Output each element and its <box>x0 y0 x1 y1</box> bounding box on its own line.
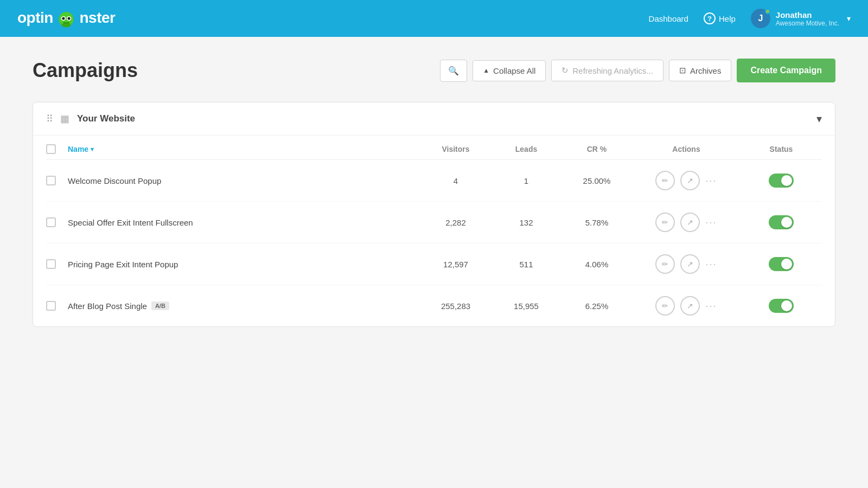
status-toggle-3[interactable] <box>769 257 794 271</box>
row-name-1: Welcome Discount Popup <box>68 176 420 185</box>
edit-button-3[interactable]: ✏ <box>655 254 675 274</box>
create-campaign-button[interactable]: Create Campaign <box>737 59 835 82</box>
status-toggle-1[interactable] <box>769 174 794 188</box>
row-actions-1: ✏ ↗ ··· <box>632 171 741 190</box>
edit-button-2[interactable]: ✏ <box>655 213 675 232</box>
user-name: Jonathan <box>776 10 839 20</box>
row-actions-3: ✏ ↗ ··· <box>632 254 741 274</box>
row-status-2 <box>741 215 822 229</box>
help-icon: ? <box>704 12 716 24</box>
logo[interactable]: optin nster <box>17 9 115 28</box>
collapse-icon: ▲ <box>483 67 489 74</box>
row-status-1 <box>741 174 822 188</box>
row-actions-4: ✏ ↗ ··· <box>632 296 741 316</box>
main-header: optin nster Dashboard ? Help J <box>0 0 868 37</box>
row-name-2: Special Offer Exit Intent Fullscreen <box>68 218 420 227</box>
row-leads-2: 132 <box>491 218 561 227</box>
trend-icon: ↗ <box>687 260 693 268</box>
website-name: Your Website <box>77 113 135 124</box>
page-header: Campaigns 🔍 ▲ Collapse All ↻ Refreshing … <box>33 59 835 82</box>
dashboard-link[interactable]: Dashboard <box>649 14 688 23</box>
row-leads-3: 511 <box>491 260 561 269</box>
status-toggle-2[interactable] <box>769 215 794 229</box>
row-status-3 <box>741 257 822 271</box>
row-cr-1: 25.00% <box>561 176 632 185</box>
user-info: Jonathan Awesome Motive, Inc. <box>776 10 839 27</box>
row-actions-2: ✏ ↗ ··· <box>632 213 741 232</box>
refresh-icon: ↻ <box>561 66 569 75</box>
avatar: J <box>751 9 770 28</box>
user-section[interactable]: J Jonathan Awesome Motive, Inc. ▾ <box>751 9 851 28</box>
trend-icon: ↗ <box>687 301 693 310</box>
top-nav: Dashboard ? Help J Jonathan Awesome Moti… <box>649 9 851 28</box>
col-leads: Leads <box>491 145 561 153</box>
col-status: Status <box>741 145 822 153</box>
select-all-checkbox[interactable] <box>46 144 56 154</box>
search-icon: 🔍 <box>448 66 459 75</box>
stats-button-1[interactable]: ↗ <box>680 171 700 190</box>
chevron-down-icon: ▾ <box>847 14 851 23</box>
row-checkbox-2[interactable] <box>46 217 56 227</box>
row-visitors-4: 255,283 <box>420 301 491 311</box>
campaigns-table: Name ▾ Visitors Leads CR % Actions Statu… <box>33 136 835 326</box>
svg-point-5 <box>68 17 71 20</box>
stats-button-3[interactable]: ↗ <box>680 254 700 274</box>
row-cr-3: 4.06% <box>561 260 632 269</box>
more-button-1[interactable]: ··· <box>705 175 717 187</box>
campaign-card: ⠿ ▦ Your Website ▾ Name ▾ Visitors Leads… <box>33 102 835 327</box>
svg-point-4 <box>62 17 65 20</box>
search-button[interactable]: 🔍 <box>440 60 467 82</box>
row-status-4 <box>741 299 822 313</box>
table-header: Name ▾ Visitors Leads CR % Actions Statu… <box>46 136 822 160</box>
expand-icon[interactable]: ▾ <box>816 112 822 125</box>
row-visitors-3: 12,597 <box>420 260 491 269</box>
table-row: After Blog Post Single A/B 255,283 15,95… <box>46 285 822 326</box>
refreshing-analytics-button[interactable]: ↻ Refreshing Analytics... <box>551 60 663 81</box>
col-name[interactable]: Name ▾ <box>68 145 420 153</box>
row-visitors-2: 2,282 <box>420 218 491 227</box>
edit-button-1[interactable]: ✏ <box>655 171 675 190</box>
row-leads-4: 15,955 <box>491 301 561 311</box>
stats-button-4[interactable]: ↗ <box>680 296 700 316</box>
help-label[interactable]: Help <box>719 14 736 23</box>
card-header-left: ⠿ ▦ Your Website <box>46 113 135 125</box>
svg-rect-7 <box>69 13 71 17</box>
more-button-2[interactable]: ··· <box>705 217 717 228</box>
more-button-4[interactable]: ··· <box>705 300 717 312</box>
sort-icon: ▾ <box>91 146 94 153</box>
edit-button-4[interactable]: ✏ <box>655 296 675 316</box>
campaign-card-header: ⠿ ▦ Your Website ▾ <box>33 102 835 136</box>
grid-icon: ⠿ <box>46 113 53 125</box>
row-leads-1: 1 <box>491 176 561 185</box>
online-indicator <box>765 9 770 14</box>
archive-icon: ⊡ <box>679 66 686 75</box>
stats-button-2[interactable]: ↗ <box>680 213 700 232</box>
more-button-3[interactable]: ··· <box>705 259 717 270</box>
row-name-3: Pricing Page Exit Intent Popup <box>68 260 420 269</box>
calendar-icon: ▦ <box>60 113 69 125</box>
user-company: Awesome Motive, Inc. <box>776 20 839 27</box>
monster-icon <box>57 9 75 28</box>
logo-text: optin nster <box>17 9 115 28</box>
row-cr-4: 6.25% <box>561 301 632 311</box>
page-title: Campaigns <box>33 59 138 82</box>
row-visitors-1: 4 <box>420 176 491 185</box>
col-actions: Actions <box>632 145 741 153</box>
help-section: ? Help <box>704 12 736 24</box>
trend-icon: ↗ <box>687 176 693 185</box>
collapse-all-button[interactable]: ▲ Collapse All <box>473 60 546 81</box>
col-visitors: Visitors <box>420 145 491 153</box>
row-checkbox-3[interactable] <box>46 259 56 269</box>
page-actions: 🔍 ▲ Collapse All ↻ Refreshing Analytics.… <box>440 59 835 82</box>
main-content: Campaigns 🔍 ▲ Collapse All ↻ Refreshing … <box>0 37 868 488</box>
status-toggle-4[interactable] <box>769 299 794 313</box>
table-row: Special Offer Exit Intent Fullscreen 2,2… <box>46 202 822 243</box>
edit-icon: ✏ <box>662 176 668 185</box>
table-row: Pricing Page Exit Intent Popup 12,597 51… <box>46 243 822 285</box>
edit-icon: ✏ <box>662 218 668 227</box>
edit-icon: ✏ <box>662 260 668 268</box>
row-checkbox-1[interactable] <box>46 176 56 185</box>
row-checkbox-4[interactable] <box>46 301 56 311</box>
archives-button[interactable]: ⊡ Archives <box>669 60 732 81</box>
row-cr-2: 5.78% <box>561 218 632 227</box>
